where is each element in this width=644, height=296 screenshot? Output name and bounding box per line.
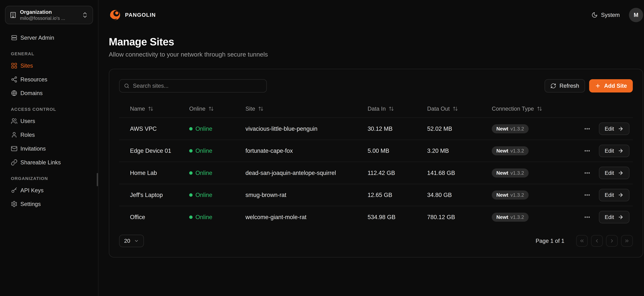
column-header-connection-type[interactable]: Connection Type: [492, 106, 567, 112]
edit-button[interactable]: Edit: [599, 122, 630, 135]
sidebar-item-label: Roles: [20, 132, 35, 138]
site-id-cell: vivacious-little-blue-penguin: [246, 126, 368, 132]
connection-type-name: Newt: [496, 126, 508, 132]
row-actions-cell: Edit: [567, 145, 633, 157]
sidebar-item-label: Users: [20, 118, 35, 124]
data-out-cell: 34.80 GB: [427, 192, 492, 198]
ellipsis-icon: [584, 214, 590, 220]
row-actions-cell: Edit: [567, 211, 633, 223]
online-status-dot: [189, 193, 192, 197]
row-actions-cell: Edit: [567, 122, 633, 135]
ellipsis-icon: [584, 170, 590, 176]
table-row: Jeff's Laptop Online smug-brown-rat 12.6…: [119, 184, 633, 206]
app-root: Organization milo@fossorial.io's ... Ser…: [0, 0, 644, 296]
add-site-button[interactable]: Add Site: [589, 79, 633, 92]
building-icon: [10, 12, 16, 18]
sidebar-item-resources[interactable]: Resources: [5, 72, 93, 86]
online-status-label: Online: [196, 192, 212, 198]
org-switcher-text: Organization milo@fossorial.io's ...: [20, 9, 78, 21]
server-icon: [11, 34, 18, 41]
connection-type-badge: Newt v1.3.2: [492, 124, 528, 133]
data-in-cell: 30.12 MB: [368, 126, 427, 132]
section-heading-organization: ORGANIZATION: [11, 176, 90, 181]
sidebar-item-server-admin[interactable]: Server Admin: [5, 31, 93, 44]
sidebar-item-invitations[interactable]: Invitations: [5, 142, 93, 156]
column-header-data-out[interactable]: Data Out: [427, 106, 492, 112]
first-page-button[interactable]: [576, 235, 588, 247]
moon-icon: [592, 12, 598, 18]
column-header-data-in[interactable]: Data In: [368, 106, 427, 112]
sidebar-item-shareable-links[interactable]: Shareable Links: [5, 156, 93, 169]
section-heading-general: GENERAL: [11, 51, 90, 56]
sites-table: Name Online Site Data In: [119, 100, 633, 228]
column-header-site[interactable]: Site: [246, 106, 368, 112]
sidebar-item-users[interactable]: Users: [5, 114, 93, 128]
column-header-name[interactable]: Name: [119, 106, 189, 112]
page-size-select[interactable]: 20: [119, 235, 144, 247]
table-row: Edge Device 01 Online fortunate-cape-fox…: [119, 140, 633, 162]
row-actions-cell: Edit: [567, 167, 633, 179]
online-status: Online: [189, 126, 246, 132]
row-actions-cell: Edit: [567, 189, 633, 201]
arrow-right-icon: [618, 170, 624, 176]
site-id-cell: fortunate-cape-fox: [246, 148, 368, 154]
row-menu-button[interactable]: [582, 190, 592, 200]
edit-button[interactable]: Edit: [599, 145, 630, 157]
sidebar-item-api-keys[interactable]: API Keys: [5, 184, 93, 197]
connection-type-cell: Newt v1.3.2: [492, 190, 567, 200]
toolbar-actions: Refresh Add Site: [544, 79, 633, 92]
previous-page-button[interactable]: [591, 235, 603, 247]
site-name-cell: AWS VPC: [119, 126, 189, 132]
page-title: Manage Sites: [109, 36, 643, 48]
search-input[interactable]: [133, 82, 262, 89]
arrow-right-icon: [618, 126, 624, 132]
sort-icon: [388, 106, 394, 112]
connection-type-cell: Newt v1.3.2: [492, 124, 567, 133]
user-icon: [11, 132, 18, 138]
site-name-cell: Office: [119, 214, 189, 220]
sites-toolbar: Refresh Add Site: [119, 79, 633, 92]
key-icon: [11, 187, 18, 194]
data-in-cell: 534.98 GB: [368, 214, 427, 220]
chevron-right-icon: [609, 238, 615, 244]
arrow-right-icon: [618, 214, 624, 220]
edit-button-label: Edit: [605, 148, 614, 154]
sort-icon: [258, 106, 264, 112]
sidebar-item-settings[interactable]: Settings: [5, 197, 93, 211]
sidebar-item-label: Server Admin: [20, 34, 54, 41]
sidebar-item-domains[interactable]: Domains: [5, 86, 93, 100]
search-icon: [124, 83, 130, 89]
share-nodes-icon: [11, 76, 18, 83]
column-label: Data In: [368, 106, 386, 112]
edit-button[interactable]: Edit: [599, 167, 630, 179]
org-switcher[interactable]: Organization milo@fossorial.io's ...: [5, 6, 93, 24]
chevrons-left-icon: [579, 238, 584, 244]
table-row: Office Online welcome-giant-mole-rat 534…: [119, 206, 633, 228]
row-menu-button[interactable]: [582, 124, 592, 134]
page-subtitle: Allow connectivity to your network throu…: [109, 51, 643, 58]
column-header-online[interactable]: Online: [189, 106, 246, 112]
sidebar-scrollbar-thumb[interactable]: [97, 173, 98, 186]
edit-button[interactable]: Edit: [599, 211, 630, 223]
data-out-cell: 141.68 GB: [427, 170, 492, 176]
row-menu-button[interactable]: [582, 146, 592, 156]
sidebar: Organization milo@fossorial.io's ... Ser…: [0, 0, 98, 296]
row-menu-button[interactable]: [582, 168, 592, 178]
last-page-button[interactable]: [621, 235, 633, 247]
search-box: [119, 79, 267, 92]
next-page-button[interactable]: [606, 235, 618, 247]
row-menu-button[interactable]: [582, 212, 592, 222]
brand[interactable]: PANGOLIN: [109, 9, 156, 21]
column-label: Data Out: [427, 106, 450, 112]
site-status-cell: Online: [189, 192, 246, 198]
refresh-button[interactable]: Refresh: [544, 79, 585, 92]
theme-toggle-button[interactable]: System: [592, 12, 620, 18]
sidebar-item-label: Shareable Links: [20, 159, 61, 166]
edit-button-label: Edit: [605, 192, 614, 198]
sidebar-item-label: Settings: [20, 201, 41, 207]
edit-button[interactable]: Edit: [599, 189, 630, 201]
sidebar-item-sites[interactable]: Sites: [5, 59, 93, 72]
sidebar-item-roles[interactable]: Roles: [5, 128, 93, 142]
user-avatar[interactable]: M: [629, 8, 643, 22]
pagination-controls: [576, 235, 633, 247]
